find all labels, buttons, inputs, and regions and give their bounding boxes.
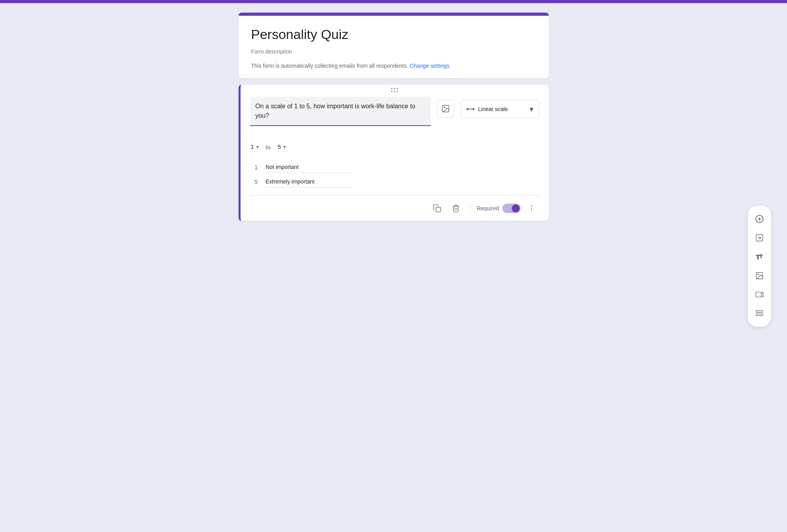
copy-icon <box>433 204 441 213</box>
duplicate-button[interactable] <box>429 200 445 216</box>
label-row-1: 1 <box>250 161 539 173</box>
svg-rect-20 <box>756 313 763 315</box>
question-type-selector[interactable]: Linear scale ▾ <box>461 100 539 118</box>
video-icon <box>755 290 764 299</box>
chevron-down-icon: ▾ <box>530 104 533 114</box>
email-notice: This form is automatically collecting em… <box>251 63 536 69</box>
toggle-track <box>502 204 520 213</box>
top-bar <box>0 0 787 3</box>
scale-from-value: 1 <box>251 143 254 150</box>
drag-dots <box>391 88 398 92</box>
add-section-button[interactable] <box>751 305 768 322</box>
form-description-placeholder[interactable]: Form description <box>251 48 536 55</box>
card-footer: Required <box>241 196 549 221</box>
scale-to-label: to <box>264 144 272 150</box>
add-question-button[interactable] <box>751 210 768 228</box>
footer-separator <box>470 203 470 214</box>
scale-from-dropdown[interactable]: 1 ▾ <box>250 142 259 152</box>
question-type-label: Linear scale <box>478 106 526 112</box>
svg-point-3 <box>467 108 468 110</box>
label-5-input[interactable] <box>266 176 352 187</box>
svg-point-1 <box>444 107 445 108</box>
email-notice-text: This form is automatically collecting em… <box>251 63 408 69</box>
label-5-number: 5 <box>250 178 258 185</box>
more-icon <box>528 204 535 212</box>
question-input[interactable]: On a scale of 1 to 5, how important is w… <box>250 97 431 126</box>
header-card: Personality Quiz Form description This f… <box>239 13 549 78</box>
linear-scale-icon <box>467 106 474 112</box>
svg-point-8 <box>531 210 532 211</box>
toggle-thumb <box>512 204 520 212</box>
svg-text:T: T <box>756 254 760 260</box>
delete-button[interactable] <box>448 200 464 216</box>
required-toggle[interactable] <box>502 204 520 213</box>
svg-point-4 <box>472 108 474 110</box>
drag-handle[interactable] <box>241 85 549 94</box>
section-icon <box>755 309 764 318</box>
question-text-area: On a scale of 1 to 5, how important is w… <box>250 97 431 128</box>
right-sidebar: T T <box>748 206 771 327</box>
question-body: On a scale of 1 to 5, how important is w… <box>241 94 549 128</box>
image-sidebar-icon <box>755 271 764 280</box>
import-icon <box>755 234 764 242</box>
required-label: Required <box>477 205 499 211</box>
label-1-input[interactable] <box>266 161 352 173</box>
svg-rect-19 <box>756 310 763 312</box>
add-image-button[interactable] <box>437 100 454 117</box>
trash-icon <box>452 204 460 213</box>
add-image-sidebar-button[interactable] <box>751 267 768 284</box>
labels-section: 1 5 <box>241 155 549 187</box>
scale-row: 1 ▾ to 5 ▾ <box>241 132 549 155</box>
svg-point-6 <box>531 206 532 207</box>
toggle-track-container <box>502 204 520 213</box>
scale-to-dropdown[interactable]: 5 ▾ <box>277 142 286 152</box>
form-title[interactable]: Personality Quiz <box>251 27 536 42</box>
scale-to-chevron: ▾ <box>283 144 286 150</box>
image-icon <box>441 104 450 113</box>
svg-point-17 <box>757 274 759 275</box>
scale-to-value: 5 <box>278 143 281 150</box>
add-video-button[interactable] <box>751 286 768 303</box>
question-card: On a scale of 1 to 5, how important is w… <box>239 85 549 221</box>
more-options-button[interactable] <box>524 200 539 216</box>
add-title-button[interactable]: T T <box>751 248 768 265</box>
change-settings-link[interactable]: Change settings <box>410 63 450 69</box>
text-format-icon: T T <box>755 252 764 261</box>
svg-point-7 <box>531 208 532 209</box>
scale-from-chevron: ▾ <box>256 144 259 150</box>
label-1-number: 1 <box>250 164 258 171</box>
svg-rect-5 <box>436 207 441 212</box>
label-row-5: 5 <box>250 176 539 187</box>
svg-rect-18 <box>756 292 761 297</box>
question-top-row: On a scale of 1 to 5, how important is w… <box>250 97 539 128</box>
import-question-button[interactable] <box>751 229 768 247</box>
plus-circle-icon <box>755 215 764 223</box>
svg-text:T: T <box>760 254 763 258</box>
